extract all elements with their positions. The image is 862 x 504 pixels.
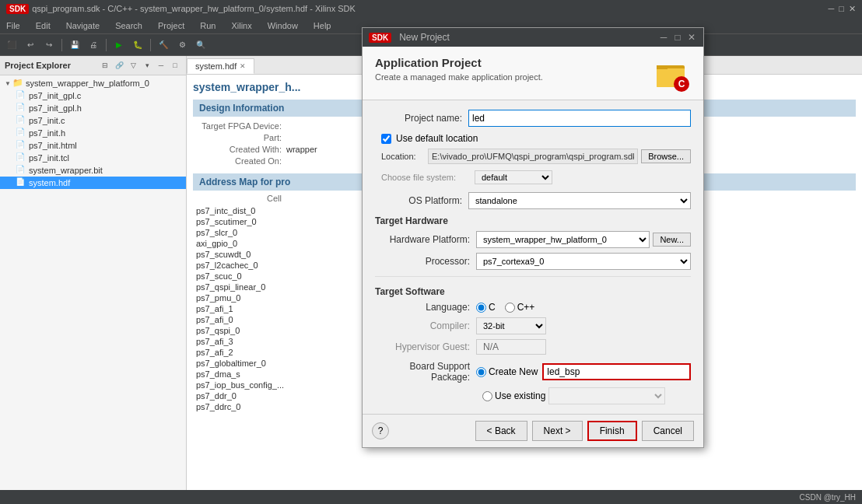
bsp-name-input[interactable] — [542, 363, 691, 380]
dialog-header-icon: C — [654, 56, 691, 93]
file-icon-2: 📄 — [16, 115, 26, 126]
view-menu-btn[interactable]: ▾ — [141, 59, 153, 72]
root-label: system_wrapper_hw_platform_0 — [26, 79, 149, 88]
menu-help[interactable]: Help — [310, 19, 335, 32]
bsp-create-new-radio[interactable] — [476, 367, 486, 377]
location-row: Location: Browse... — [381, 149, 691, 164]
toolbar-save[interactable]: 💾 — [66, 37, 83, 53]
hypervisor-label: Hypervisor Guest: — [375, 341, 476, 352]
tab-close-icon[interactable]: ✕ — [240, 62, 246, 70]
minimize-btn[interactable]: ─ — [829, 4, 835, 13]
maximize-btn[interactable]: □ — [839, 4, 844, 13]
toolbar-btn-extra1[interactable]: ⚙ — [173, 37, 191, 53]
bsp-use-existing-radio[interactable] — [482, 391, 492, 401]
help-button[interactable]: ? — [372, 422, 389, 439]
minimize-panel-btn[interactable]: ─ — [155, 59, 167, 72]
dialog-minimize-btn[interactable]: ─ — [658, 32, 669, 43]
dialog-close-btn[interactable]: ✕ — [686, 32, 697, 43]
use-existing-text: Use existing — [495, 390, 545, 401]
tree-file-3[interactable]: 📄 ps7_init.h — [0, 127, 186, 139]
hypervisor-value: N/A — [476, 339, 546, 355]
target-software-section: Target Software Language: C C++ — [375, 276, 691, 404]
toolbar-btn-3[interactable]: ↪ — [40, 37, 58, 53]
os-platform-select[interactable]: standalone freertos — [468, 192, 691, 209]
menu-navigate[interactable]: Navigate — [63, 19, 103, 32]
toolbar-btn-extra2[interactable]: 🔍 — [192, 37, 209, 53]
file-icon-3: 📄 — [16, 128, 26, 138]
collapse-all-btn[interactable]: ⊟ — [99, 59, 111, 72]
toolbar-debug[interactable]: 🐛 — [129, 37, 146, 53]
menu-xilinx[interactable]: Xilinx — [228, 19, 254, 32]
finish-button[interactable]: Finish — [587, 421, 637, 441]
toolbar-print[interactable]: 🖨 — [85, 37, 102, 53]
location-input[interactable] — [428, 149, 638, 164]
file-label-6: system_wrapper.bit — [29, 166, 103, 175]
project-explorer-title: Project Explorer — [5, 61, 71, 70]
menu-window[interactable]: Window — [265, 19, 301, 32]
filesystem-row: Choose file system: default — [381, 170, 691, 184]
menu-edit[interactable]: Edit — [33, 19, 54, 32]
file-icon-7: 📄 — [16, 177, 26, 188]
cell-header: Cell — [193, 194, 286, 203]
default-location-row: Use default location — [381, 133, 691, 144]
default-location-checkbox[interactable] — [381, 134, 391, 144]
bsp-label: Board Support Package: — [375, 361, 476, 383]
radio-c[interactable] — [476, 303, 486, 313]
use-existing-select[interactable] — [548, 387, 665, 404]
processor-label: Processor: — [375, 256, 476, 267]
toolbar-run[interactable]: ▶ — [110, 37, 128, 53]
created-with-label: Created With: — [193, 145, 286, 154]
menu-file[interactable]: File — [3, 19, 23, 32]
tree-file-5[interactable]: 📄 ps7_init.tcl — [0, 152, 186, 164]
file-label-4: ps7_init.html — [29, 141, 77, 150]
hw-platform-select[interactable]: system_wrapper_hw_platform_0 — [476, 231, 650, 248]
bsp-create-new-text: Create New — [489, 366, 538, 377]
close-btn[interactable]: ✕ — [849, 4, 856, 14]
os-platform-label: OS Platform: — [375, 195, 468, 206]
dialog-header: Application Project Create a managed mak… — [363, 47, 703, 100]
processor-row: Processor: ps7_cortexa9_0 — [375, 253, 691, 270]
tree-file-0[interactable]: 📄 ps7_init_gpl.c — [0, 89, 186, 102]
file-label-7: system.hdf — [29, 178, 70, 187]
menu-search[interactable]: Search — [112, 19, 145, 32]
dialog-maximize-btn[interactable]: □ — [672, 32, 683, 43]
file-label-2: ps7_init.c — [29, 116, 65, 125]
toolbar-btn-2[interactable]: ↩ — [22, 37, 39, 53]
toolbar-btn-1[interactable]: ⬛ — [3, 37, 20, 53]
sdk-brand-icon: SDK — [6, 4, 29, 14]
language-label: Language: — [375, 302, 476, 313]
processor-select[interactable]: ps7_cortexa9_0 — [476, 253, 691, 270]
menu-project[interactable]: Project — [155, 19, 187, 32]
menu-run[interactable]: Run — [197, 19, 219, 32]
radio-cpp[interactable] — [505, 303, 515, 313]
tree-root[interactable]: ▼ 📁 system_wrapper_hw_platform_0 — [0, 77, 186, 89]
dialog-sdk-icon: SDK — [369, 33, 391, 43]
project-explorer-header: Project Explorer ⊟ 🔗 ▽ ▾ ─ □ — [0, 56, 186, 75]
new-platform-button[interactable]: New... — [653, 233, 691, 247]
tree-file-1[interactable]: 📄 ps7_init_gpl.h — [0, 102, 186, 114]
tree-file-7[interactable]: 📄 system.hdf — [0, 177, 186, 189]
toolbar-build[interactable]: 🔨 — [155, 37, 172, 53]
tree-file-2[interactable]: 📄 ps7_init.c — [0, 114, 186, 127]
hw-platform-row: Hardware Platform: system_wrapper_hw_pla… — [375, 231, 691, 248]
maximize-panel-btn[interactable]: □ — [169, 59, 181, 72]
file-icon-5: 📄 — [16, 152, 26, 163]
link-with-editor-btn[interactable]: 🔗 — [113, 59, 125, 72]
language-row: Language: C C++ — [375, 302, 691, 313]
target-hardware-section: Target Hardware Hardware Platform: syste… — [375, 215, 691, 270]
back-button[interactable]: < Back — [475, 421, 527, 441]
dialog-title-group: SDK New Project — [369, 32, 450, 43]
toolbar-sep-3 — [150, 39, 151, 51]
filesystem-select[interactable]: default — [475, 170, 552, 184]
tree-file-6[interactable]: 📄 system_wrapper.bit — [0, 164, 186, 177]
project-name-input[interactable] — [468, 110, 691, 127]
tab-system-hdf[interactable]: system.hdf ✕ — [187, 58, 254, 74]
next-button[interactable]: Next > — [532, 421, 583, 441]
browse-button[interactable]: Browse... — [641, 149, 691, 163]
compiler-select[interactable]: 32-bit — [476, 317, 546, 334]
filter-btn[interactable]: ▽ — [127, 59, 139, 72]
hw-platform-label: Hardware Platform: — [375, 234, 476, 245]
cancel-button[interactable]: Cancel — [642, 421, 694, 441]
tree-file-4[interactable]: 📄 ps7_init.html — [0, 139, 186, 152]
new-project-dialog: SDK New Project ─ □ ✕ Application Projec… — [362, 27, 704, 448]
